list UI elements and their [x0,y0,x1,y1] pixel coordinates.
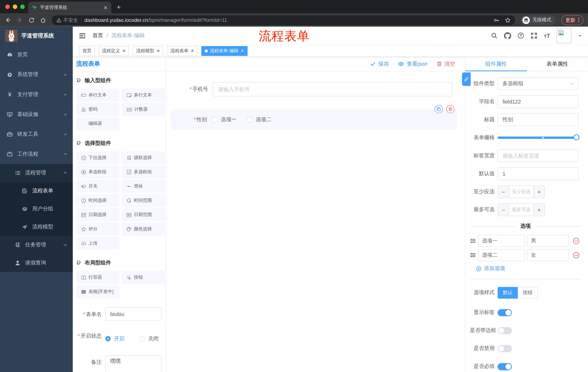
radio-on-selected[interactable] [105,336,111,341]
option-2-name-input[interactable] [478,249,525,261]
component-single-line-text[interactable]: 单行文本 [76,88,119,102]
tag-close-icon[interactable]: ✕ [157,48,160,53]
drag-handle-icon[interactable] [470,252,476,258]
component-rate[interactable]: 评分 [76,223,119,235]
checkbox-option-1[interactable]: 选项一 [212,116,237,123]
form-grid-slider[interactable] [498,137,578,139]
slider-handle[interactable] [573,134,579,140]
sidebar-item-home[interactable]: 首页 [0,45,73,64]
decrease-button[interactable]: − [498,204,509,216]
option-1-value-input[interactable] [527,235,569,247]
clear-button[interactable]: 清空 [436,60,455,67]
address-bar[interactable]: 不安全 dashboard.yudao.iocoder.cn/bpm/manag… [52,15,515,25]
sidebar-item-leave-query[interactable]: 请假查询 [0,254,73,272]
tag-process-definition[interactable]: 流程定义✕ [99,46,129,56]
component-date-picker[interactable]: 日期选择 [76,208,119,221]
tab-component-props[interactable]: 组件属性 [465,57,527,71]
increase-button[interactable]: + [533,204,545,216]
component-radio-group[interactable]: 单选框组 [76,165,119,179]
required-switch-on[interactable] [498,363,512,370]
maximize-window-button[interactable] [20,5,25,9]
component-upload[interactable]: 上传 [76,237,119,250]
search-icon[interactable] [491,32,498,39]
checkbox-icon[interactable] [247,117,252,122]
sidebar-item-task-mgmt[interactable]: 任务管理 [0,236,73,254]
radio-on-label[interactable]: 开启 [114,335,125,342]
sidebar-item-workflow[interactable]: 工作流程 [0,144,73,164]
tab-close-icon[interactable]: ✕ [104,5,107,10]
remove-option-button[interactable] [573,237,580,244]
tag-home[interactable]: 首页 [79,46,95,56]
canvas-body[interactable]: *手机号 *性别 选项一 选项二 [166,71,465,372]
sidebar-item-user-group[interactable]: 用户分组 [0,200,73,218]
home-icon[interactable] [40,17,46,23]
breadcrumb-home[interactable]: 首页 [93,32,103,39]
copy-widget-button[interactable] [435,105,443,113]
option-2-value-input[interactable] [527,249,569,261]
component-switch[interactable]: 开关 [76,180,119,193]
component-multi-line-text[interactable]: 多行文本 [122,88,165,102]
label-width-input[interactable] [498,149,578,162]
drag-handle-icon[interactable] [470,238,476,244]
default-value-input[interactable] [498,167,578,180]
avatar-caret-icon[interactable] [578,33,582,38]
min-select-placeholder[interactable]: 至少应选 [509,186,533,198]
tag-close-icon[interactable]: ✕ [191,48,194,53]
forward-icon[interactable] [17,17,23,23]
save-button[interactable]: 保存 [370,60,389,67]
phone-input[interactable] [213,82,452,96]
avatar[interactable] [556,28,571,43]
border-switch-off[interactable] [498,327,512,334]
tag-close-icon[interactable]: ✕ [122,48,126,53]
component-select[interactable]: 下拉选择 [76,151,119,164]
sidebar-item-process-mgmt[interactable]: 流程管理 [0,164,73,182]
form-name-input[interactable] [105,307,162,321]
title-input[interactable] [498,113,578,126]
component-button[interactable]: 按钮 [122,271,165,284]
chrome-menu-icon[interactable] [578,18,579,22]
sidebar-item-process-model[interactable]: 流程模型 [0,218,73,236]
max-select-placeholder[interactable]: 最多可选 [509,204,533,216]
add-option-button[interactable]: 添加选项 [476,265,581,272]
field-name-input[interactable] [498,95,578,108]
sidebar-item-system[interactable]: 系统管理 [0,65,73,85]
component-type-select[interactable]: 多选框组 [498,77,578,90]
view-json-button[interactable]: 查看json [398,60,428,67]
tag-close-icon[interactable]: ✕ [241,48,244,53]
reload-icon[interactable] [29,17,35,23]
drawer-handle[interactable] [462,73,471,86]
chrome-update-button[interactable]: 更新 [561,15,584,25]
app-logo[interactable]: 芋道管理系统 [0,27,73,45]
decrease-button[interactable]: − [498,186,509,198]
style-default-button[interactable]: 默认 [498,287,518,298]
fullscreen-icon[interactable] [531,32,538,39]
tag-process-model[interactable]: 流程模型✕ [133,46,163,56]
minimize-window-button[interactable] [13,5,17,9]
component-password[interactable]: 密码 [76,103,119,116]
component-counter[interactable]: 123计数器 [122,103,165,116]
sidebar-item-infra[interactable]: 基础设施 [0,104,73,124]
component-row-container[interactable]: 行容器 [76,271,119,284]
browser-tab[interactable]: 芋道管理系统 ✕ [28,1,112,13]
checkbox-icon[interactable] [212,117,218,122]
remove-option-button[interactable] [573,252,580,259]
password-key-icon[interactable] [494,17,500,23]
font-size-icon[interactable]: ᴛT [544,32,550,39]
help-icon[interactable] [518,32,524,39]
component-time-picker[interactable]: 时间选择 [76,194,119,207]
tab-form-props[interactable]: 表单属性 [527,57,588,71]
style-button-button[interactable]: 按钮 [518,287,538,298]
component-editor[interactable]: 编辑器 [76,117,119,130]
component-slider[interactable]: 滑块 [122,180,165,193]
tag-process-form[interactable]: 流程表单✕ [167,46,197,56]
delete-widget-button[interactable] [446,105,454,113]
sidebar-item-process-form[interactable]: 流程表单 [0,182,73,200]
phone-field-row[interactable]: *手机号 [166,82,465,96]
show-label-switch-on[interactable] [498,309,512,316]
form-remark-textarea[interactable]: 嘿嘿 [105,355,162,372]
tag-process-form-edit[interactable]: 流程表单-编辑✕ [201,46,247,56]
gender-field-widget-selected[interactable]: *性别 选项一 选项二 [171,109,457,130]
component-color-picker[interactable]: 颜色选择 [122,223,165,235]
sidebar-item-devtools[interactable]: 研发工具 [0,124,73,144]
collapse-sidebar-icon[interactable] [79,32,86,39]
